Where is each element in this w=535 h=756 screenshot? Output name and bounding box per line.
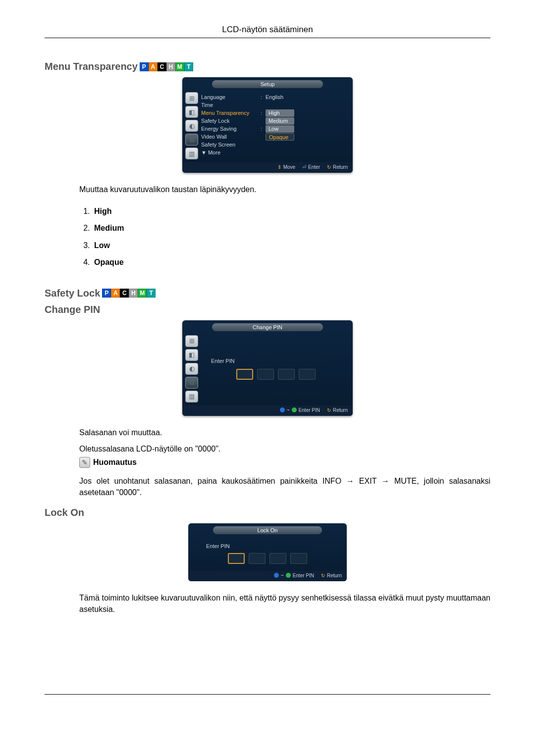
footer-rule — [45, 694, 490, 695]
badge-h: H — [166, 62, 175, 71]
enter-pin-label: Enter PIN — [206, 543, 230, 549]
change-pin-para2: Oletussalasana LCD-näytölle on "0000". — [79, 443, 490, 454]
badge-h: H — [129, 289, 138, 298]
badge-t: T — [147, 289, 156, 298]
menu-transparency-description: Muuttaa kuvaruutuvalikon taustan läpinäk… — [79, 184, 490, 195]
osd-row-time[interactable]: Time — [201, 101, 350, 109]
osd-popup-high[interactable]: High — [266, 109, 294, 117]
badge-group: P A C H M T — [140, 62, 193, 71]
pin-box-1[interactable] — [228, 553, 245, 564]
osd-footer: ~Enter PIN ↻Return — [182, 405, 353, 416]
header-title: LCD-näytön säätäminen — [45, 25, 490, 38]
pin-box-3[interactable] — [278, 369, 295, 380]
list-item: Opaque — [92, 255, 490, 272]
osd-popup-opaque[interactable]: Opaque — [266, 133, 294, 141]
osd-label: Safety Lock — [201, 118, 261, 124]
osd-footer: ⇕Move ⏎Enter ↻Return — [182, 162, 353, 173]
osd-lock-on-panel: Lock On Enter PIN ~Enter PIN ↻Return — [188, 523, 347, 581]
enter-icon: ⏎ — [302, 164, 306, 170]
header-rule — [45, 38, 490, 38]
pin-box-4[interactable] — [290, 553, 307, 564]
section-change-pin-heading: Change PIN — [45, 304, 490, 315]
heading-text: Menu Transparency — [45, 61, 138, 72]
badge-a: A — [111, 289, 120, 298]
osd-row-safety-lock[interactable]: Safety Lock Medium — [201, 117, 350, 125]
osd-label: Menu Transparency — [201, 110, 261, 116]
osd-label: Language — [201, 94, 261, 100]
osd-change-pin-panel: Change PIN ⊞ ◧ ◐ ✿ ▥ Enter PIN ~Enter PI… — [182, 320, 353, 416]
foot-return: Return — [333, 164, 348, 170]
osd-label: Safety Screen — [201, 142, 261, 148]
note-icon: ✎ — [79, 457, 90, 468]
badge-m: M — [138, 289, 147, 298]
osd-icon-multi[interactable]: ▥ — [185, 148, 198, 159]
num-key-9-icon — [292, 407, 297, 412]
osd-icon-picture[interactable]: ◧ — [185, 349, 198, 361]
section-menu-transparency-heading: Menu Transparency P A C H M T — [45, 61, 490, 72]
change-pin-note-text: Jos olet unohtanut salasanan, paina kauk… — [79, 475, 490, 498]
osd-icon-setup[interactable]: ✿ — [185, 377, 198, 389]
osd-colon: : — [261, 94, 266, 100]
osd-icon-input[interactable]: ⊞ — [185, 335, 198, 347]
osd-colon: : — [261, 110, 266, 116]
osd-sidebar-icons: ⊞ ◧ ◐ ✿ ▥ — [185, 335, 198, 403]
note-row: ✎ Huomautus — [79, 456, 490, 468]
num-key-0-icon — [280, 407, 285, 412]
osd-row-menu-transparency[interactable]: Menu Transparency : High — [201, 109, 350, 117]
badge-c: C — [120, 289, 129, 298]
list-item: Medium — [92, 221, 490, 238]
osd-popup-low[interactable]: Low — [266, 125, 294, 133]
osd-label: Energy Saving — [201, 126, 261, 132]
osd-popup-medium[interactable]: Medium — [266, 117, 294, 125]
list-item: High — [92, 204, 490, 221]
pin-box-2[interactable] — [257, 369, 274, 380]
osd-row-language[interactable]: Language : English — [201, 93, 350, 101]
osd-row-energy-saving[interactable]: Energy Saving : Low — [201, 125, 350, 133]
pin-box-1[interactable] — [236, 369, 253, 380]
osd-row-safety-screen[interactable]: Safety Screen — [201, 141, 350, 149]
move-icon: ⇕ — [277, 164, 281, 170]
foot-move: Move — [283, 164, 295, 170]
osd-title: Lock On — [213, 526, 322, 534]
badge-t: T — [184, 62, 193, 71]
osd-rows: Language : English Time Menu Transparenc… — [201, 92, 350, 159]
pin-box-3[interactable] — [269, 553, 286, 564]
pin-box-2[interactable] — [249, 553, 266, 564]
badge-group: P A C H M T — [102, 289, 156, 298]
badge-c: C — [158, 62, 166, 71]
osd-icon-input[interactable]: ⊞ — [185, 92, 198, 104]
osd-icon-picture[interactable]: ◧ — [185, 106, 198, 118]
badge-a: A — [149, 62, 158, 71]
note-label: Huomautus — [93, 456, 137, 468]
menu-transparency-options: High Medium Low Opaque — [92, 204, 490, 272]
enter-pin-label: Enter PIN — [211, 358, 235, 364]
return-icon: ↻ — [321, 573, 325, 578]
num-key-0-icon — [274, 573, 279, 578]
osd-label: ▼ More — [201, 150, 261, 155]
osd-footer: ~Enter PIN ↻Return — [188, 571, 347, 581]
foot-enter-pin: Enter PIN — [299, 407, 320, 413]
osd-sidebar-icons: ⊞ ◧ ◐ ✿ ▥ — [185, 92, 198, 159]
pin-box-4[interactable] — [299, 369, 316, 380]
heading-text: Safety Lock — [45, 288, 100, 299]
osd-title: Change PIN — [212, 323, 323, 331]
osd-value: English — [266, 94, 350, 100]
osd-row-more[interactable]: ▼ More — [201, 149, 350, 156]
badge-p: P — [140, 62, 149, 71]
osd-icon-multi[interactable]: ▥ — [185, 391, 198, 403]
foot-return: Return — [333, 407, 348, 413]
num-key-9-icon — [286, 573, 291, 578]
osd-label: Time — [201, 102, 261, 108]
osd-row-video-wall[interactable]: Video Wall Opaque — [201, 133, 350, 141]
osd-setup-panel: Setup ⊞ ◧ ◐ ✿ ▥ Language : English Time — [182, 77, 353, 173]
pin-boxes — [228, 553, 307, 564]
return-icon: ↻ — [327, 164, 331, 170]
pin-boxes — [236, 369, 316, 380]
return-icon: ↻ — [327, 407, 331, 413]
list-item: Low — [92, 238, 490, 255]
osd-icon-sound[interactable]: ◐ — [185, 363, 198, 375]
lock-on-description: Tämä toiminto lukitsee kuvaruutuvalikon … — [79, 592, 490, 615]
section-safety-lock-heading: Safety Lock P A C H M T — [45, 288, 490, 299]
osd-icon-sound[interactable]: ◐ — [185, 120, 198, 132]
osd-icon-setup[interactable]: ✿ — [185, 134, 198, 146]
